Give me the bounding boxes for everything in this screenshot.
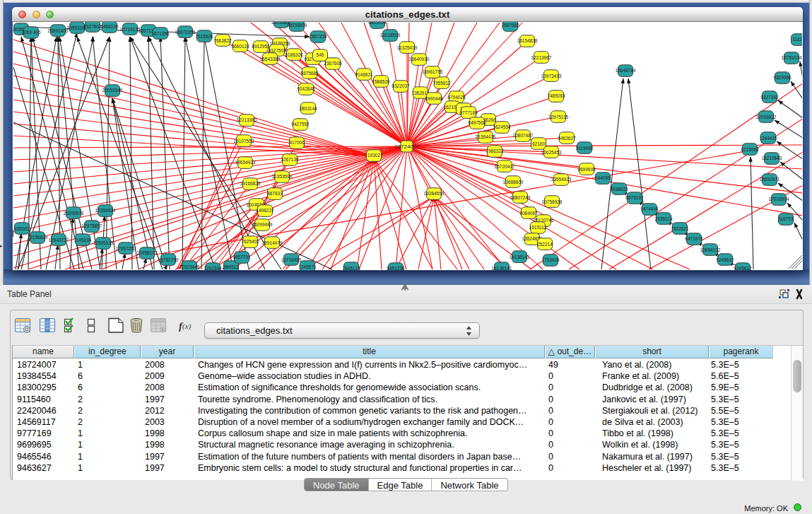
svg-text:9474444: 9474444 bbox=[640, 206, 659, 211]
svg-text:2069 406: 2069 406 bbox=[21, 30, 40, 35]
svg-text:6794028: 6794028 bbox=[447, 95, 466, 100]
svg-text:19166825: 19166825 bbox=[240, 181, 261, 186]
svg-text:6679197: 6679197 bbox=[625, 195, 644, 200]
svg-text:546: 546 bbox=[317, 52, 324, 57]
svg-text:1615112: 1615112 bbox=[529, 225, 547, 230]
svg-text:1145194: 1145194 bbox=[74, 238, 92, 243]
svg-text:12975857: 12975857 bbox=[82, 223, 102, 228]
svg-text:9463627: 9463627 bbox=[558, 136, 576, 141]
svg-text:9242848: 9242848 bbox=[297, 86, 315, 91]
svg-text:19218506: 19218506 bbox=[380, 33, 401, 37]
svg-text:6466100: 6466100 bbox=[100, 24, 119, 29]
svg-text:2803144: 2803144 bbox=[299, 106, 317, 111]
svg-text:6497568: 6497568 bbox=[468, 120, 486, 125]
svg-text:3267130: 3267130 bbox=[281, 157, 299, 162]
svg-text:8938923: 8938923 bbox=[610, 187, 628, 192]
svg-text:1292344: 1292344 bbox=[204, 266, 222, 270]
svg-text:8186328: 8186328 bbox=[285, 52, 303, 57]
svg-text:16099489: 16099489 bbox=[252, 222, 273, 227]
svg-text:11124: 11124 bbox=[792, 37, 802, 42]
svg-text:8471676: 8471676 bbox=[685, 236, 703, 241]
svg-text:435001: 435001 bbox=[14, 226, 30, 231]
svg-text:1733426: 1733426 bbox=[541, 257, 560, 262]
svg-text:1588520: 1588520 bbox=[372, 79, 390, 84]
svg-text:9327503: 9327503 bbox=[268, 48, 286, 53]
svg-text:7857224: 7857224 bbox=[309, 34, 327, 39]
svg-text:7485063: 7485063 bbox=[547, 93, 565, 98]
svg-text:10654122: 10654122 bbox=[700, 247, 721, 252]
svg-text:19302: 19302 bbox=[367, 153, 380, 158]
svg-text:7845123: 7845123 bbox=[342, 266, 360, 270]
svg-text:12213967: 12213967 bbox=[531, 55, 552, 60]
svg-text:16543382: 16543382 bbox=[260, 57, 281, 62]
svg-text:16961755: 16961755 bbox=[423, 69, 443, 74]
svg-text:9329966: 9329966 bbox=[773, 75, 792, 80]
svg-text:16640910: 16640910 bbox=[409, 57, 430, 62]
svg-text:21364436: 21364436 bbox=[476, 134, 496, 139]
svg-text:15751074: 15751074 bbox=[782, 55, 802, 60]
svg-text:12975115: 12975115 bbox=[548, 115, 569, 119]
svg-text:887833: 887833 bbox=[267, 191, 283, 196]
svg-text:8451236: 8451236 bbox=[387, 266, 405, 270]
svg-text:18724007: 18724007 bbox=[394, 144, 420, 150]
svg-text:9245612: 9245612 bbox=[716, 257, 734, 262]
svg-text:11353594: 11353594 bbox=[272, 174, 293, 179]
svg-text:9115460: 9115460 bbox=[576, 146, 594, 151]
svg-text:19384554: 19384554 bbox=[424, 191, 445, 196]
svg-text:1245871: 1245871 bbox=[298, 264, 317, 269]
svg-text:20206576: 20206576 bbox=[64, 211, 84, 216]
svg-text:10719125: 10719125 bbox=[120, 27, 141, 32]
svg-text:2935114: 2935114 bbox=[655, 216, 673, 221]
svg-text:17010504: 17010504 bbox=[769, 197, 789, 201]
svg-text:10688609: 10688609 bbox=[503, 180, 524, 185]
svg-text:10756928: 10756928 bbox=[542, 199, 563, 204]
svg-text:2367608: 2367608 bbox=[324, 61, 342, 66]
svg-text:7515526: 7515526 bbox=[195, 34, 213, 39]
svg-text:16154838: 16154838 bbox=[517, 38, 538, 43]
svg-text:15720407: 15720407 bbox=[495, 164, 515, 169]
svg-text:7955812: 7955812 bbox=[433, 81, 451, 86]
svg-text:12923448: 12923448 bbox=[180, 264, 200, 269]
svg-text:16648784: 16648784 bbox=[616, 68, 636, 73]
svg-text:12156829: 12156829 bbox=[28, 235, 48, 240]
svg-text:17957253: 17957253 bbox=[116, 246, 136, 251]
svg-text:17359924: 17359924 bbox=[95, 208, 116, 213]
svg-text:18807249: 18807249 bbox=[510, 195, 531, 200]
svg-text:10025453: 10025453 bbox=[541, 150, 562, 155]
svg-text:11325419: 11325419 bbox=[397, 45, 418, 50]
svg-text:9657791: 9657791 bbox=[233, 255, 251, 259]
svg-text:5875685: 5875685 bbox=[300, 71, 319, 76]
svg-text:7625402: 7625402 bbox=[241, 239, 259, 244]
svg-text:20691406: 20691406 bbox=[48, 28, 69, 33]
svg-text:16107553: 16107553 bbox=[234, 139, 254, 144]
svg-text:10973493: 10973493 bbox=[541, 74, 562, 78]
svg-text:7986322: 7986322 bbox=[486, 148, 504, 153]
svg-text:417006: 417006 bbox=[289, 140, 305, 145]
svg-text:13554923: 13554923 bbox=[551, 177, 572, 182]
svg-text:20053346: 20053346 bbox=[102, 88, 123, 93]
svg-text:13716485: 13716485 bbox=[281, 257, 302, 262]
svg-text:8215958: 8215958 bbox=[741, 147, 759, 152]
svg-text:2687682: 2687682 bbox=[501, 23, 519, 28]
svg-text:16782759: 16782759 bbox=[158, 257, 179, 262]
svg-text:9227342: 9227342 bbox=[760, 95, 779, 100]
svg-text:3624554: 3624554 bbox=[493, 124, 511, 129]
svg-text:10807487: 10807487 bbox=[513, 133, 534, 138]
svg-text:8990448: 8990448 bbox=[425, 96, 443, 101]
svg-text:10958107: 10958107 bbox=[137, 250, 158, 255]
svg-text:9245612: 9245612 bbox=[734, 266, 752, 270]
svg-text:9084067: 9084067 bbox=[519, 211, 538, 216]
svg-text:16671355: 16671355 bbox=[175, 30, 196, 35]
svg-text:9777169: 9777169 bbox=[459, 110, 478, 115]
svg-text:9427552: 9427552 bbox=[291, 122, 310, 127]
svg-text:62160: 62160 bbox=[532, 141, 545, 146]
svg-text:16210643: 16210643 bbox=[762, 156, 782, 160]
svg-text:7663822: 7663822 bbox=[213, 38, 232, 43]
svg-text:6322037: 6322037 bbox=[392, 83, 410, 88]
svg-text:12505135: 12505135 bbox=[93, 240, 114, 245]
svg-text:1244419: 1244419 bbox=[759, 136, 777, 141]
svg-text:12093822: 12093822 bbox=[756, 115, 777, 119]
svg-text:16033809: 16033809 bbox=[287, 23, 307, 28]
svg-text:116753: 116753 bbox=[778, 216, 794, 221]
svg-text:8912953: 8912953 bbox=[252, 44, 270, 49]
